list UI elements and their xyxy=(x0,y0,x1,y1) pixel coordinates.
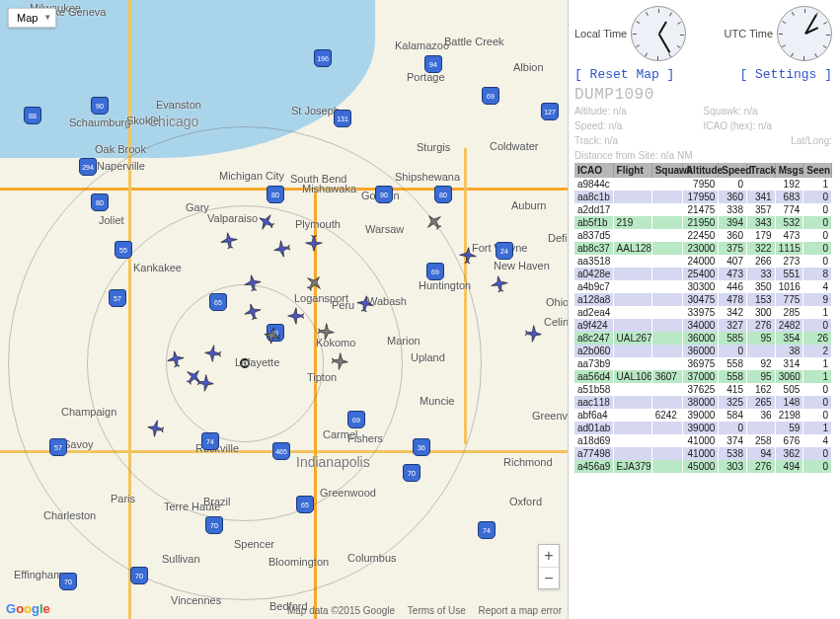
aircraft-icon[interactable] xyxy=(144,417,167,439)
aircraft-icon[interactable] xyxy=(241,271,264,294)
table-row[interactable]: a837d5224503601794730 xyxy=(574,229,832,242)
aircraft-icon[interactable] xyxy=(202,343,224,364)
hwy-shield: 196 xyxy=(314,49,332,67)
aircraft-icon[interactable] xyxy=(315,321,337,343)
city-label: Gary xyxy=(186,201,209,213)
table-row[interactable]: a7749841000538943620 xyxy=(574,447,832,460)
zoom-out-button[interactable]: − xyxy=(539,567,559,588)
aircraft-icon[interactable] xyxy=(488,272,510,295)
col-speed[interactable]: Speed xyxy=(719,163,747,178)
table-row[interactable]: a8c247UAL267360005859535426 xyxy=(574,332,832,345)
hwy-shield: 80 xyxy=(91,193,109,211)
table-row[interactable]: a0428e25400473335518 xyxy=(574,268,832,280)
hwy-shield: 294 xyxy=(79,158,97,176)
aircraft-icon[interactable] xyxy=(304,233,324,253)
city-label: Ohio City xyxy=(546,296,569,308)
city-label: Defiance xyxy=(548,232,569,244)
local-time-label: Local Time xyxy=(574,28,627,39)
hwy-shield: 90 xyxy=(91,97,109,115)
aircraft-icon[interactable] xyxy=(217,229,240,252)
city-label: Savoy xyxy=(63,438,94,450)
hwy-shield: 24 xyxy=(496,242,513,260)
table-row[interactable]: ad01ab390000591 xyxy=(574,422,832,434)
table-row[interactable]: a456a9EJA379450003032764940 xyxy=(574,460,832,473)
hwy-shield: 57 xyxy=(109,289,126,307)
map-surface[interactable]: ChicagoIndianapolisMilwaukeeLake GenevaS… xyxy=(0,0,568,619)
city-label: Marion xyxy=(387,335,420,347)
city-label: Auburn xyxy=(511,199,546,211)
col-track[interactable]: Track xyxy=(746,163,775,178)
table-row[interactable]: aa73b936975558923141 xyxy=(574,357,832,370)
table-row[interactable]: a9f4243400032727624820 xyxy=(574,319,832,332)
table-row[interactable]: a128a8304754781537759 xyxy=(574,293,832,306)
map-report-link[interactable]: Report a map error xyxy=(479,605,562,616)
col-msgs[interactable]: Msgs xyxy=(775,163,803,178)
city-label: Albion xyxy=(513,61,544,73)
local-clock xyxy=(631,6,686,61)
table-row[interactable]: aac118380003252651480 xyxy=(574,396,832,409)
table-row[interactable]: aa8c1b179503603416830 xyxy=(574,191,832,203)
city-label: Coldwater xyxy=(490,140,539,152)
city-label: Lafayette xyxy=(235,356,279,368)
col-altitude[interactable]: Altitude xyxy=(682,163,718,178)
aircraft-icon[interactable] xyxy=(286,306,306,326)
aircraft-icon[interactable] xyxy=(270,237,293,260)
info-speed: Speed: n/a xyxy=(574,118,704,133)
table-row[interactable]: a18d69410003742586764 xyxy=(574,434,832,447)
aircraft-icon[interactable] xyxy=(353,292,376,315)
city-label: Effingham xyxy=(14,569,62,580)
hwy-shield: 465 xyxy=(272,442,290,460)
city-label: Greenville xyxy=(532,410,569,422)
hwy-shield: 88 xyxy=(24,107,41,124)
city-label: Shipshewana xyxy=(395,171,460,183)
zoom-in-button[interactable]: + xyxy=(539,545,559,567)
side-panel: Local Time UTC Time [ Reset Map ] [ Sett… xyxy=(569,0,840,619)
city-label: Fishers xyxy=(347,432,383,444)
city-label: Kankakee xyxy=(133,262,182,273)
reset-map-link[interactable]: [ Reset Map ] xyxy=(574,67,674,82)
hwy-shield: 69 xyxy=(347,411,365,428)
hwy-shield: 69 xyxy=(426,263,444,280)
settings-link[interactable]: [ Settings ] xyxy=(739,67,832,82)
aircraft-icon[interactable] xyxy=(194,372,216,394)
city-label: Richmond xyxy=(503,456,553,468)
table-row[interactable]: a4b9c73030044635010164 xyxy=(574,280,832,293)
table-row[interactable]: a2dd17214753383577740 xyxy=(574,203,832,216)
table-row[interactable]: ab8c37AAL12842300037532211150 xyxy=(574,242,832,255)
hwy-shield: 131 xyxy=(334,110,351,127)
aircraft-icon[interactable] xyxy=(522,323,544,345)
table-row[interactable]: ab5f1b219219503943435320 xyxy=(574,216,832,229)
aircraft-icon[interactable] xyxy=(457,245,479,267)
col-flight[interactable]: Flight xyxy=(613,163,651,178)
city-label: Mishawaka xyxy=(302,183,356,194)
city-label: Battle Creek xyxy=(444,36,504,47)
hwy-shield: 80 xyxy=(267,186,284,203)
hwy-shield: 70 xyxy=(130,567,148,584)
table-row[interactable]: a9844c795001921 xyxy=(574,178,832,191)
city-label: Bloomington xyxy=(268,556,329,568)
table-row[interactable]: aa56d4UAL10603607370005589530601 xyxy=(574,370,832,383)
city-label: Sturgis xyxy=(417,141,450,153)
map-type-dropdown[interactable]: Map xyxy=(8,8,56,28)
aircraft-icon[interactable] xyxy=(164,348,187,370)
col-seen[interactable]: Seen xyxy=(803,163,832,178)
aircraft-icon[interactable] xyxy=(261,324,283,347)
info-icaohex: ICAO (hex): n/a xyxy=(704,118,833,133)
hwy-shield: 69 xyxy=(482,87,499,105)
map-terms-link[interactable]: Terms of Use xyxy=(408,605,466,616)
aircraft-icon[interactable] xyxy=(329,350,350,372)
table-row[interactable]: abf6a46242390005843621980 xyxy=(574,409,832,422)
table-row[interactable]: aa3518240004072662730 xyxy=(574,255,832,268)
table-row[interactable]: ad2ea4339753423002851 xyxy=(574,306,832,319)
city-label: Champaign xyxy=(61,406,116,418)
table-row[interactable]: a2b060360000382 xyxy=(574,345,832,357)
col-squawk[interactable]: Squawk xyxy=(651,163,682,178)
info-track: Track: n/a xyxy=(574,133,704,148)
hwy-shield: 80 xyxy=(434,186,452,203)
map-panel[interactable]: ChicagoIndianapolisMilwaukeeLake GenevaS… xyxy=(0,0,569,619)
table-row[interactable]: a51b58376254151625050 xyxy=(574,383,832,396)
info-altitude: Altitude: n/a xyxy=(574,104,704,118)
aircraft-table: ICAOFlightSquawkAltitudeSpeedTrackMsgsSe… xyxy=(574,163,832,473)
col-icao[interactable]: ICAO xyxy=(574,163,613,178)
city-label: Oxford xyxy=(509,496,542,507)
